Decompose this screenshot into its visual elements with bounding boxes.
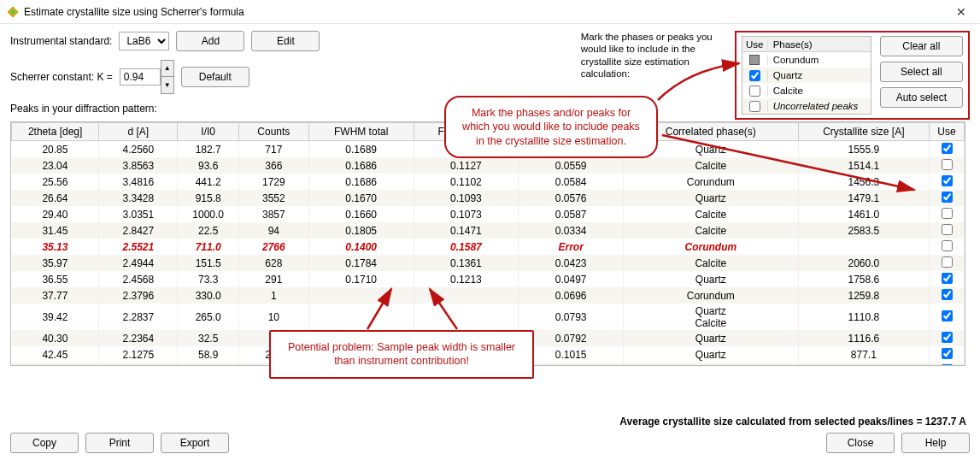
use-checkbox[interactable]	[942, 224, 953, 235]
copy-button[interactable]: Copy	[10, 433, 79, 453]
col-header[interactable]: d [A]	[99, 123, 178, 141]
k-input[interactable]	[120, 68, 161, 86]
use-checkbox[interactable]	[942, 208, 953, 219]
cell: Quartz	[624, 346, 799, 363]
use-checkbox[interactable]	[942, 175, 953, 186]
auto-select-button[interactable]: Auto select	[880, 87, 963, 108]
use-checkbox[interactable]	[942, 192, 953, 203]
cell: 42.45	[12, 346, 99, 363]
cell: 4.2560	[99, 141, 178, 158]
cell	[308, 304, 414, 330]
col-header[interactable]: Counts	[238, 123, 308, 141]
cell: 0.1689	[308, 141, 414, 158]
table-row[interactable]: 23.043.856393.63660.16860.11270.0559Calc…	[12, 157, 965, 174]
cell: 0.0696	[519, 287, 624, 304]
cell: Quartz	[624, 190, 799, 206]
export-button[interactable]: Export	[161, 433, 229, 453]
cell: 40.30	[12, 330, 99, 346]
phase-checkbox[interactable]	[749, 55, 760, 65]
phase-name: Calcite	[768, 86, 871, 96]
select-all-button[interactable]: Select all	[880, 62, 963, 82]
cell: 0.0497	[519, 271, 624, 287]
cell: 0.1686	[308, 174, 414, 190]
phase-checkbox[interactable]	[749, 70, 760, 81]
close-button[interactable]: Close	[826, 433, 895, 453]
phase-checkbox[interactable]	[749, 86, 760, 97]
table-row[interactable]: 25.563.4816441.217290.16860.11020.0584Co…	[12, 174, 965, 190]
cell: 23.04	[12, 157, 99, 174]
use-checkbox[interactable]	[942, 289, 953, 300]
use-checkbox[interactable]	[942, 348, 953, 359]
cell: 0.1213	[414, 271, 519, 287]
col-header[interactable]: FWHM total	[308, 123, 414, 141]
cell: 3.8563	[99, 157, 178, 174]
cell: 3552	[238, 190, 308, 206]
table-row[interactable]: 39.422.2837265.0100.0793QuartzCalcite111…	[12, 304, 965, 330]
cell: Calcite	[624, 206, 799, 222]
close-icon[interactable]: ✕	[949, 3, 973, 21]
phase-name: Quartz	[768, 70, 871, 80]
use-checkbox[interactable]	[942, 159, 953, 170]
cell: 330.0	[178, 287, 239, 304]
cell: Calcite	[624, 157, 799, 174]
col-header[interactable]: 2theta [deg]	[12, 123, 99, 141]
cell: 58.9	[178, 346, 239, 363]
phase-checkbox[interactable]	[749, 101, 760, 112]
col-header[interactable]: I/I0	[178, 123, 239, 141]
use-checkbox[interactable]	[942, 332, 953, 343]
col-header[interactable]: Crystallite size [A]	[798, 123, 929, 141]
cell: 2.1275	[99, 346, 178, 363]
table-row[interactable]: 35.972.4944151.56280.17840.13610.0423Cal…	[12, 255, 965, 271]
use-checkbox[interactable]	[942, 143, 953, 154]
phases-table[interactable]: UsePhase(s)CorundumQuartzCalciteUncorrel…	[742, 36, 871, 115]
table-row[interactable]: 37.772.3796330.010.0696Corundum1259.8	[12, 287, 965, 304]
k-spin-up[interactable]: ▲	[161, 60, 174, 77]
cell: 0.1670	[308, 190, 414, 206]
clear-all-button[interactable]: Clear all	[880, 36, 963, 56]
phase-name: Corundum	[768, 55, 871, 65]
cell: 3.4816	[99, 174, 178, 190]
titlebar: Estimate crystallite size using Scherrer…	[0, 0, 980, 24]
col-header[interactable]: Use	[930, 123, 965, 141]
cell: 37.77	[12, 287, 99, 304]
cell: 1479.1	[798, 190, 929, 206]
standard-select[interactable]: LaB6	[119, 32, 169, 50]
cell: 0.1127	[414, 157, 519, 174]
cell: Corundum	[624, 174, 799, 190]
cell: Corundum	[624, 363, 799, 366]
table-row[interactable]: 36.552.456873.32910.17100.12130.0497Quar…	[12, 271, 965, 287]
cell: 1259.8	[798, 287, 929, 304]
cell: 25.56	[12, 174, 99, 190]
phase-name: Uncorrelated peaks	[768, 101, 871, 111]
k-label: Scherrer constant: K =	[10, 71, 113, 83]
window-title: Estimate crystallite size using Scherrer…	[24, 6, 949, 18]
help-button[interactable]: Help	[901, 433, 970, 453]
table-row[interactable]: 26.643.3428915.835520.16700.10930.0576Qu…	[12, 190, 965, 206]
table-row[interactable]: 29.403.03511000.038570.16600.10730.0587C…	[12, 206, 965, 222]
cell: 94	[238, 222, 308, 239]
table-row[interactable]: 35.132.5521711.027660.14000.1587ErrorCor…	[12, 239, 965, 255]
add-button[interactable]: Add	[176, 31, 244, 51]
use-checkbox[interactable]	[942, 240, 953, 251]
cell: 3.0351	[99, 206, 178, 222]
use-checkbox[interactable]	[942, 257, 953, 268]
use-checkbox[interactable]	[942, 364, 953, 367]
edit-button[interactable]: Edit	[251, 31, 320, 51]
cell: 0.1784	[308, 255, 414, 271]
print-button[interactable]: Print	[85, 433, 154, 453]
cell: 0.1686	[308, 157, 414, 174]
use-checkbox[interactable]	[942, 273, 953, 284]
cell: 366	[238, 157, 308, 174]
cell: 39.42	[12, 304, 99, 330]
k-spin-down[interactable]: ▼	[161, 77, 174, 94]
cell: 2.4944	[99, 255, 178, 271]
use-checkbox[interactable]	[942, 310, 953, 321]
table-row[interactable]: 31.452.842722.5940.18050.14710.0334Calci…	[12, 222, 965, 239]
app-icon	[7, 6, 19, 18]
cell: 20.85	[12, 141, 99, 158]
cell: 1555.9	[798, 141, 929, 158]
cell: 0.1400	[308, 239, 414, 255]
phases-instruction: Mark the phases or peaks you would like …	[581, 31, 726, 80]
default-button[interactable]: Default	[181, 67, 249, 87]
cell: 35.13	[12, 239, 99, 255]
